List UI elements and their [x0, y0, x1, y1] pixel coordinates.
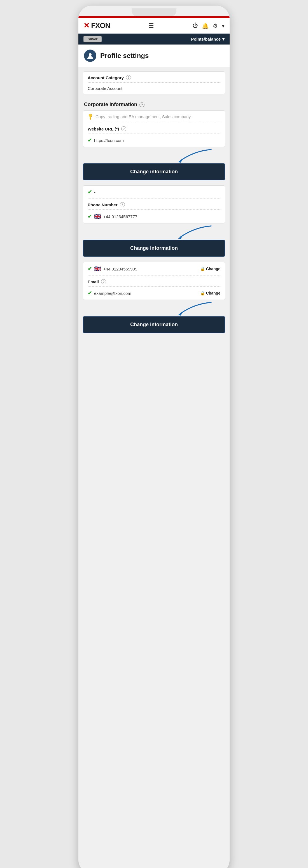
- svg-marker-3: [178, 312, 183, 316]
- avatar-icon: [84, 50, 96, 62]
- corporate-info-title: Corporate Information: [84, 102, 137, 107]
- change-info-button-3[interactable]: Change information: [83, 316, 225, 333]
- svg-marker-1: [178, 159, 183, 163]
- svg-marker-2: [178, 235, 183, 239]
- website-label: Website URL (*): [88, 127, 119, 131]
- phone-help-icon[interactable]: ?: [120, 202, 125, 207]
- phone-shell: ✕ FXON ☰ ⏻ 🔔 ⚙ ▾ Silver Points/balance ▾…: [79, 6, 229, 868]
- email-check-icon: ✔: [88, 290, 92, 296]
- status-bar: Silver Points/balance ▾: [79, 34, 229, 44]
- points-balance-button[interactable]: Points/balance ▾: [191, 37, 224, 42]
- phone-dash-value: -: [94, 190, 95, 195]
- silver-badge: Silver: [84, 36, 102, 42]
- notch: [132, 8, 176, 16]
- hamburger-icon[interactable]: ☰: [148, 22, 154, 29]
- website-label-row: Website URL (*) ?: [83, 123, 225, 133]
- email-label-row: Email ?: [83, 276, 225, 286]
- page-title-area: Profile settings: [79, 44, 229, 67]
- phone2-email-card: ✔ 🇬🇧 +44 01234569999 🔒 Change Email ? ✔ …: [83, 262, 225, 300]
- phone-flag: 🇬🇧: [94, 213, 101, 220]
- bottom-spacer: [83, 338, 225, 361]
- corporate-info-help-icon[interactable]: ?: [140, 102, 145, 107]
- website-value-row: ✔ https://fxon.com: [83, 134, 225, 147]
- account-category-help-icon[interactable]: ?: [126, 75, 131, 80]
- account-category-card: Account Category ? Corporate Account: [83, 71, 225, 94]
- change-info-button-1[interactable]: Change information: [83, 163, 225, 180]
- arrow-annotation-2: [83, 224, 225, 239]
- account-category-label: Account Category: [88, 75, 124, 80]
- gear-icon[interactable]: ⚙: [213, 22, 218, 29]
- header-icons: ⏻ 🔔 ⚙ ▾: [192, 22, 224, 29]
- phone-value: +44 01234567777: [103, 214, 137, 219]
- phone-value-row: ✔ 🇬🇧 +44 01234567777: [83, 210, 225, 223]
- corporate-info-section-title-row: Corporate Information ?: [83, 99, 225, 110]
- activity-value: Copy trading and EA management, Sales co…: [95, 114, 191, 119]
- email-change-link[interactable]: Change: [206, 291, 220, 296]
- activity-value-row: 🔑 Copy trading and EA management, Sales …: [83, 111, 225, 123]
- svg-point-0: [89, 53, 92, 56]
- content-area: Account Category ? Corporate Account Cor…: [79, 67, 229, 365]
- phone-dash-row: ✔ -: [83, 186, 225, 198]
- email-label: Email: [88, 279, 99, 284]
- change-info-button-2[interactable]: Change information: [83, 240, 225, 257]
- phone-dash-check-icon: ✔: [88, 189, 92, 195]
- phone-label-row: Phone Number ?: [83, 199, 225, 210]
- main-header: ✕ FXON ☰ ⏻ 🔔 ⚙ ▾: [79, 18, 229, 34]
- phone2-value: +44 01234569999: [103, 267, 137, 271]
- bell-icon[interactable]: 🔔: [202, 22, 209, 29]
- corporate-info-card: 🔑 Copy trading and EA management, Sales …: [83, 110, 225, 147]
- phone-section-card: ✔ - Phone Number ? ✔ 🇬🇧 +44 01234567777: [83, 185, 225, 223]
- phone-check-icon: ✔: [88, 213, 92, 219]
- arrow-annotation-3: [83, 301, 225, 315]
- chevron-down-icon[interactable]: ▾: [222, 22, 224, 29]
- website-value: https://fxon.com: [94, 138, 124, 143]
- account-category-label-row: Account Category ?: [83, 72, 225, 82]
- email-value-row: ✔ example@fxon.com 🔒 Change: [83, 287, 225, 300]
- phone2-value-row: ✔ 🇬🇧 +44 01234569999 🔒 Change: [83, 262, 225, 276]
- email-lock-icon: 🔒: [200, 291, 205, 296]
- website-help-icon[interactable]: ?: [121, 126, 126, 131]
- power-icon[interactable]: ⏻: [192, 22, 198, 29]
- email-help-icon[interactable]: ?: [101, 279, 106, 284]
- phone-top: [79, 6, 229, 16]
- email-change-area: 🔒 Change: [200, 291, 220, 296]
- phone-number-label: Phone Number: [88, 203, 118, 207]
- arrow-svg-3: [166, 301, 217, 316]
- arrow-annotation-1: [83, 148, 225, 162]
- logo-area: ✕ FXON: [84, 21, 110, 30]
- page-title: Profile settings: [100, 52, 149, 60]
- phone2-check-icon: ✔: [88, 266, 92, 272]
- phone2-lock-icon: 🔒: [200, 267, 205, 271]
- email-value: example@fxon.com: [94, 291, 131, 296]
- website-check-icon: ✔: [88, 137, 92, 143]
- points-chevron-icon: ▾: [222, 37, 224, 42]
- phone2-change-link[interactable]: Change: [206, 267, 220, 271]
- arrow-svg-2: [166, 224, 217, 240]
- phone2-flag: 🇬🇧: [94, 266, 101, 272]
- logo: ✕ FXON: [84, 21, 110, 30]
- account-category-value: Corporate Account: [83, 83, 225, 94]
- arrow-svg-1: [166, 148, 217, 163]
- key-icon: 🔑: [87, 113, 94, 121]
- phone2-change-area: 🔒 Change: [200, 267, 220, 271]
